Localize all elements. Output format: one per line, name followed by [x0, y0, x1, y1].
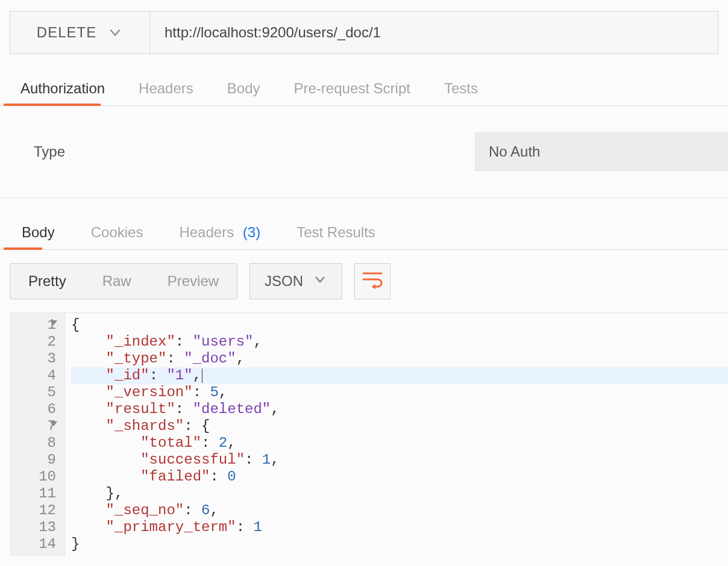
line-number: 1	[10, 317, 56, 334]
tab-label: Headers	[179, 224, 234, 240]
url-field-container	[150, 11, 718, 54]
authorization-panel: Type No Auth	[0, 106, 728, 198]
line-number: 4	[10, 367, 56, 384]
request-tab-tests[interactable]: Tests	[427, 80, 495, 105]
response-tab-headers[interactable]: Headers (3)	[161, 224, 278, 249]
response-view-controls: PrettyRawPreview JSON	[0, 250, 728, 313]
code-line: "failed": 0	[71, 468, 728, 485]
response-body-code: { "_index": "users", "_type": "_doc", "_…	[65, 313, 728, 556]
code-line: "_id": "1",	[71, 367, 728, 384]
response-tabs: BodyCookiesHeaders (3)Test Results	[0, 215, 728, 250]
view-mode-group: PrettyRawPreview	[10, 263, 237, 299]
code-line: {	[71, 317, 728, 334]
code-line: "successful": 1,	[71, 452, 728, 468]
code-line: "_index": "users",	[71, 334, 728, 350]
line-number: 8	[10, 435, 56, 452]
chevron-down-icon	[313, 272, 327, 290]
auth-type-select[interactable]: No Auth	[475, 132, 728, 171]
wrap-lines-button[interactable]	[354, 263, 391, 299]
tab-label: Body	[22, 224, 55, 240]
wrap-lines-icon	[362, 271, 383, 291]
tab-label: Test Results	[297, 224, 375, 240]
auth-type-selected: No Auth	[489, 143, 540, 160]
line-number: 5	[10, 384, 56, 401]
line-number: 13	[10, 519, 56, 536]
code-line: "result": "deleted",	[71, 401, 728, 418]
line-number: 12	[10, 502, 56, 519]
code-line: "_seq_no": 6,	[71, 502, 728, 519]
http-method-label: DELETE	[37, 24, 96, 41]
tab-label: Cookies	[91, 224, 143, 240]
request-tab-pre-request-script[interactable]: Pre-request Script	[277, 80, 427, 105]
view-mode-pretty[interactable]: Pretty	[10, 264, 84, 299]
chevron-down-icon	[107, 25, 123, 40]
code-line: }	[71, 536, 728, 553]
request-url-input[interactable]	[165, 24, 703, 41]
code-line: "_primary_term": 1	[71, 519, 728, 536]
response-format-select[interactable]: JSON	[249, 263, 342, 299]
code-line: "_shards": {	[71, 418, 728, 435]
tab-badge: (3)	[239, 224, 260, 240]
line-number: 2	[10, 334, 56, 350]
line-number: 9	[10, 452, 56, 468]
code-line: "_type": "_doc",	[71, 350, 728, 367]
view-mode-raw[interactable]: Raw	[84, 264, 149, 299]
fold-toggle-icon[interactable]	[50, 320, 57, 325]
line-number: 3	[10, 350, 56, 367]
view-mode-preview[interactable]: Preview	[149, 264, 237, 299]
line-number-gutter: 1234567891011121314	[10, 313, 65, 556]
request-tab-authorization[interactable]: Authorization	[4, 80, 122, 105]
auth-type-label: Type	[34, 143, 475, 160]
request-bar: DELETE	[10, 11, 718, 54]
request-tabs: AuthorizationHeadersBodyPre-request Scri…	[0, 71, 728, 106]
text-cursor	[202, 369, 202, 383]
fold-toggle-icon[interactable]	[50, 421, 57, 426]
svg-marker-2	[372, 284, 375, 289]
response-tab-test-results[interactable]: Test Results	[278, 224, 394, 249]
response-tab-cookies[interactable]: Cookies	[73, 224, 162, 249]
line-number: 14	[10, 536, 56, 553]
code-line: },	[71, 485, 728, 502]
request-tab-headers[interactable]: Headers	[122, 80, 210, 105]
line-number: 7	[10, 418, 56, 435]
line-number: 10	[10, 468, 56, 485]
response-tab-body[interactable]: Body	[4, 224, 73, 249]
line-number: 6	[10, 401, 56, 418]
code-line: "_version": 5,	[71, 384, 728, 401]
response-format-label: JSON	[265, 273, 303, 290]
line-number: 11	[10, 485, 56, 502]
code-line: "total": 2,	[71, 435, 728, 452]
response-body-editor[interactable]: 1234567891011121314 { "_index": "users",…	[10, 313, 728, 556]
http-method-dropdown[interactable]: DELETE	[10, 11, 150, 54]
request-tab-body[interactable]: Body	[210, 80, 277, 105]
